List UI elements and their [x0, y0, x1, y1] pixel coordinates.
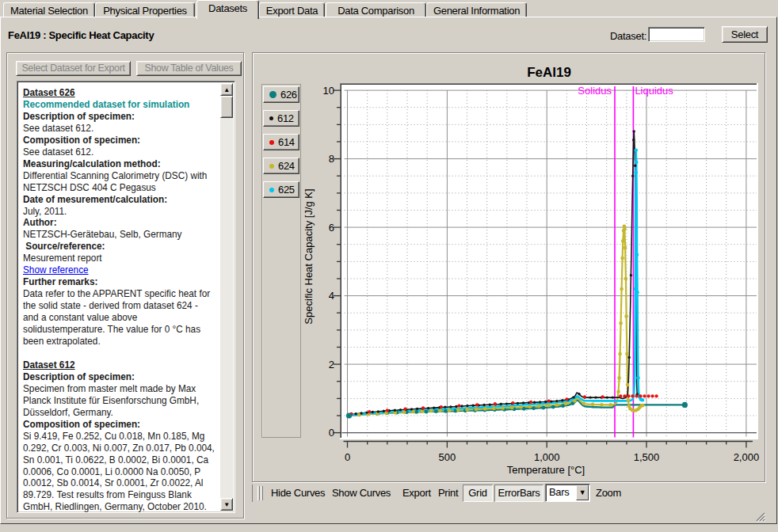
svg-text:4: 4 — [329, 290, 334, 302]
svg-text:0: 0 — [345, 451, 350, 463]
svg-text:2: 2 — [329, 359, 334, 370]
svg-text:1,500: 1,500 — [634, 451, 660, 463]
svg-text:Liquidus: Liquidus — [635, 85, 673, 97]
svg-text:Solidus: Solidus — [578, 85, 612, 97]
svg-text:FeAl19: FeAl19 — [527, 65, 571, 80]
svg-text:2,000: 2,000 — [734, 451, 760, 463]
svg-text:Temperature [°C]: Temperature [°C] — [507, 464, 585, 476]
svg-text:1,000: 1,000 — [534, 451, 560, 463]
svg-text:10: 10 — [323, 85, 334, 97]
svg-text:6: 6 — [329, 222, 334, 234]
svg-text:Specific Heat Capacity [J/g K]: Specific Heat Capacity [J/g K] — [303, 188, 315, 324]
svg-text:8: 8 — [329, 153, 334, 165]
svg-text:500: 500 — [439, 451, 456, 463]
svg-text:0: 0 — [329, 427, 334, 439]
